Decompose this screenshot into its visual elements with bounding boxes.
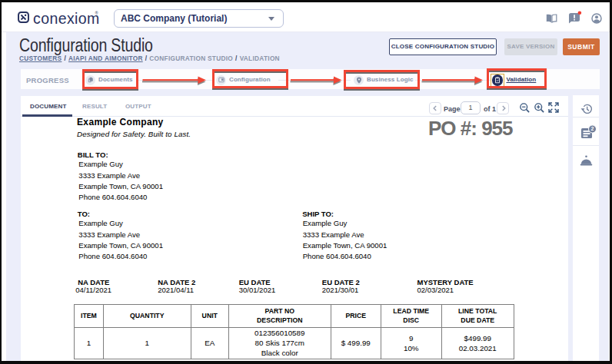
svg-text:2: 2 <box>591 126 594 131</box>
